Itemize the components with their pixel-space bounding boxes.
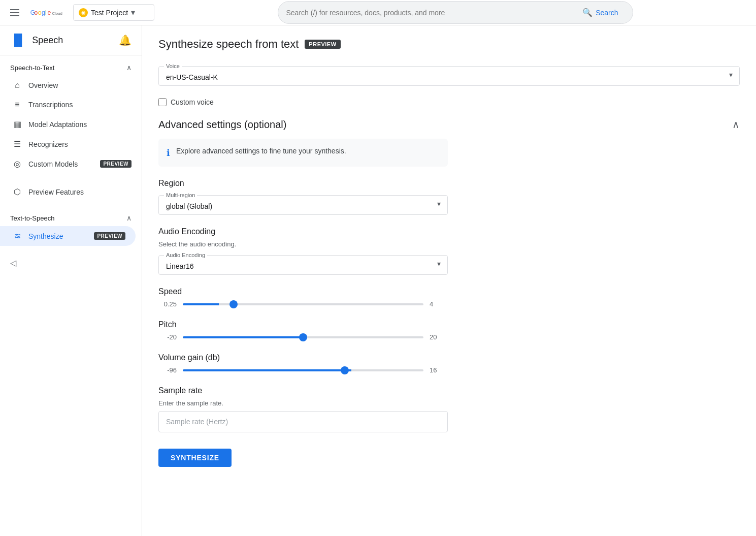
- svg-text:e: e: [48, 9, 51, 16]
- volume-gain-title: Volume gain (db): [158, 353, 448, 362]
- volume-min-label: -96: [158, 366, 177, 374]
- advanced-settings-collapse-icon[interactable]: ∧: [732, 118, 740, 131]
- sidebar-item-custom-models[interactable]: ◎ Custom Models PREVIEW: [0, 154, 142, 174]
- notification-bell-icon[interactable]: 🔔: [119, 34, 132, 46]
- synthesize-button[interactable]: SYNTHESIZE: [158, 449, 232, 467]
- region-title: Region: [158, 179, 448, 188]
- text-to-speech-label: Text-to-Speech: [10, 214, 54, 222]
- sample-rate-sublabel: Enter the sample rate.: [158, 399, 448, 407]
- page-preview-badge: PREVIEW: [305, 40, 340, 49]
- tts-section-collapse-icon: ∧: [126, 214, 132, 222]
- recognizers-label: Recognizers: [28, 140, 132, 148]
- text-to-speech-header[interactable]: Text-to-Speech ∧: [0, 210, 142, 226]
- info-icon: ℹ: [167, 147, 170, 159]
- chevron-down-icon: ▾: [131, 8, 135, 17]
- preview-features-section: ⬡ Preview Features: [0, 178, 142, 206]
- search-button[interactable]: 🔍 Search: [576, 5, 624, 20]
- pitch-title: Pitch: [158, 320, 448, 329]
- top-nav: G o o g l e Cloud Test Project ▾ 🔍 Searc…: [0, 0, 756, 25]
- custom-models-label: Custom Models: [28, 160, 94, 168]
- audio-encoding-fieldset-label: Audio Encoding: [164, 252, 207, 258]
- volume-slider[interactable]: [183, 369, 423, 371]
- sidebar-header: ▐▌ Speech 🔔: [0, 25, 142, 55]
- svg-text:Cloud: Cloud: [52, 11, 62, 16]
- info-box: ℹ Explore advanced settings to fine tune…: [158, 139, 448, 167]
- sidebar-collapse-icon: ◁: [10, 259, 16, 267]
- voice-section: Voice en-US-Casual-K en-US-Standard-A en…: [158, 63, 740, 86]
- recognizers-icon: ☰: [12, 139, 22, 149]
- audio-encoding-sublabel: Select the audio encoding.: [158, 240, 448, 248]
- volume-max-label: 16: [430, 366, 448, 374]
- speed-min-label: 0.25: [158, 300, 177, 308]
- transcriptions-icon: ≡: [12, 100, 22, 109]
- pitch-slider-row: -20 20: [158, 333, 448, 341]
- sample-rate-input[interactable]: [158, 411, 448, 432]
- voice-fieldset-label: Voice: [164, 63, 182, 69]
- pitch-group: Pitch -20 20: [158, 320, 448, 341]
- hamburger-menu[interactable]: [6, 5, 23, 20]
- advanced-settings-title: Advanced settings (optional): [158, 119, 286, 131]
- custom-voice-row: Custom voice: [158, 98, 740, 106]
- page-title-row: Synthesize speech from text PREVIEW: [158, 38, 740, 51]
- overview-label: Overview: [28, 81, 132, 89]
- custom-voice-label[interactable]: Custom voice: [171, 98, 214, 106]
- svg-text:o: o: [34, 9, 38, 16]
- sidebar-item-preview-features[interactable]: ⬡ Preview Features: [0, 182, 142, 202]
- speed-title: Speed: [158, 287, 448, 296]
- sidebar-title: Speech: [32, 35, 63, 46]
- sidebar: ▐▌ Speech 🔔 Speech-to-Text ∧ ⌂ Overview …: [0, 25, 142, 536]
- project-selector[interactable]: Test Project ▾: [73, 4, 154, 21]
- project-icon: [79, 8, 88, 17]
- project-name: Test Project: [91, 9, 128, 17]
- speech-to-text-label: Speech-to-Text: [10, 64, 54, 72]
- sidebar-item-synthesize[interactable]: ≋ Synthesize PREVIEW: [0, 226, 136, 246]
- speed-slider-row: 0.25 4: [158, 300, 448, 308]
- speech-logo-icon: ▐▌: [10, 34, 26, 47]
- advanced-settings-header: Advanced settings (optional) ∧: [158, 118, 740, 131]
- pitch-slider[interactable]: [183, 336, 423, 338]
- search-input[interactable]: [286, 9, 573, 17]
- speed-slider[interactable]: [183, 303, 423, 305]
- synthesize-preview-badge: PREVIEW: [94, 232, 125, 240]
- volume-slider-row: -96 16: [158, 366, 448, 374]
- svg-text:g: g: [42, 9, 45, 16]
- google-cloud-logo: G o o g l e Cloud: [29, 8, 65, 18]
- audio-encoding-title: Audio Encoding: [158, 227, 448, 236]
- audio-encoding-group: Audio Encoding Select the audio encoding…: [158, 227, 448, 275]
- audio-encoding-select[interactable]: Linear16 MP3 OGG_OPUS MULAW ALAW: [159, 258, 447, 274]
- sidebar-item-transcriptions[interactable]: ≡ Transcriptions: [0, 95, 142, 114]
- main-layout: ▐▌ Speech 🔔 Speech-to-Text ∧ ⌂ Overview …: [0, 25, 756, 536]
- sidebar-item-overview[interactable]: ⌂ Overview: [0, 76, 142, 95]
- custom-voice-checkbox[interactable]: [158, 98, 167, 106]
- speed-max-label: 4: [430, 300, 448, 308]
- search-label: Search: [596, 9, 618, 17]
- region-select[interactable]: global (Global) us-central1 europe-west4: [159, 198, 447, 214]
- sidebar-item-recognizers[interactable]: ☰ Recognizers: [0, 134, 142, 154]
- sample-rate-group: Sample rate Enter the sample rate.: [158, 386, 448, 432]
- model-adaptations-icon: ▦: [12, 119, 22, 129]
- speech-to-text-section: Speech-to-Text ∧ ⌂ Overview ≡ Transcript…: [0, 55, 142, 178]
- search-icon: 🔍: [582, 8, 593, 17]
- preview-features-label: Preview Features: [28, 188, 132, 196]
- text-to-speech-section: Text-to-Speech ∧ ≋ Synthesize PREVIEW: [0, 206, 142, 250]
- custom-models-preview-badge: PREVIEW: [100, 160, 132, 168]
- svg-text:l: l: [45, 9, 47, 16]
- sample-rate-title: Sample rate: [158, 386, 448, 395]
- pitch-min-label: -20: [158, 333, 177, 341]
- info-text: Explore advanced settings to fine tune y…: [176, 147, 346, 155]
- svg-text:o: o: [38, 9, 42, 16]
- page-title: Synthesize speech from text: [158, 38, 299, 51]
- sidebar-item-model-adaptations[interactable]: ▦ Model Adaptations: [0, 114, 142, 134]
- region-fieldset-label: Multi-region: [164, 192, 197, 198]
- section-collapse-icon: ∧: [126, 64, 132, 72]
- voice-select[interactable]: en-US-Casual-K en-US-Standard-A en-US-St…: [159, 69, 739, 85]
- region-select-wrapper: Multi-region global (Global) us-central1…: [158, 192, 448, 215]
- search-bar: 🔍 Search: [278, 1, 633, 24]
- speech-to-text-header[interactable]: Speech-to-Text ∧: [0, 59, 142, 76]
- sidebar-collapse-button[interactable]: ◁: [0, 250, 142, 276]
- model-adaptations-label: Model Adaptations: [28, 120, 132, 129]
- region-group: Region Multi-region global (Global) us-c…: [158, 179, 448, 215]
- custom-models-icon: ◎: [12, 159, 22, 169]
- audio-encoding-select-wrapper: Audio Encoding Linear16 MP3 OGG_OPUS MUL…: [158, 252, 448, 275]
- transcriptions-label: Transcriptions: [28, 101, 132, 109]
